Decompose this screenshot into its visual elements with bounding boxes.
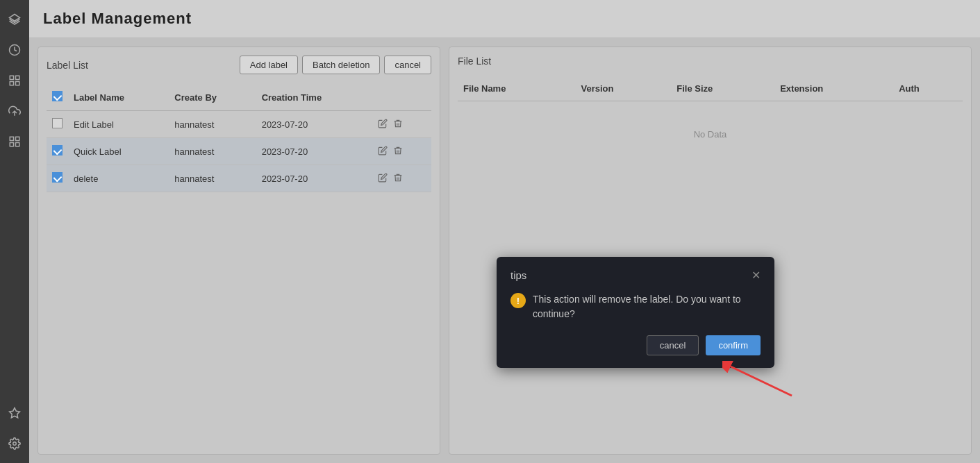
svg-rect-5 [16,82,19,85]
action-icons [378,173,426,185]
header-actions [372,84,431,111]
star-icon[interactable] [2,401,27,426]
no-data-row: No Data [458,101,963,168]
chart-icon[interactable] [2,68,27,93]
table-row: delete hannatest 2023-07-20 [47,165,431,192]
label-panel-header: Label List Add label Batch deletion canc… [47,56,431,74]
row-checkbox[interactable] [52,172,63,183]
header-version: Version [575,76,671,101]
edit-icon[interactable] [378,119,388,131]
file-panel: File List File Name Version File Size Ex… [449,47,972,455]
creation-time-cell: 2023-07-20 [256,138,372,165]
creation-time-cell: 2023-07-20 [256,165,372,192]
svg-rect-10 [10,143,13,146]
warning-icon: ! [510,293,526,308]
settings-icon[interactable] [2,431,27,456]
create-by-cell: hannatest [169,165,256,192]
label-panel-title: Label List [47,60,88,71]
confirmation-dialog: tips ✕ ! This action will remove the lab… [497,257,774,368]
dialog-confirm-button[interactable]: confirm [706,335,761,355]
batch-deletion-button[interactable]: Batch deletion [302,56,380,74]
action-icons [378,119,426,131]
create-by-cell: hannatest [169,138,256,165]
label-name-cell: Quick Label [68,138,169,165]
upload-icon[interactable] [2,99,27,124]
svg-marker-11 [10,408,20,418]
row-checkbox[interactable] [52,145,63,155]
row-checkbox-cell [47,138,68,165]
svg-rect-7 [10,137,13,140]
header-file-name: File Name [458,76,575,101]
action-icons [378,146,426,158]
edit-icon[interactable] [378,146,388,158]
file-table: File Name Version File Size Extension Au… [458,76,963,167]
select-all-checkbox[interactable] [52,91,63,101]
action-cell [372,111,431,138]
table-row: Quick Label hannatest 2023-07-20 [47,138,431,165]
row-checkbox-cell [47,111,68,138]
header-checkbox-cell [47,84,68,111]
dialog-body: ! This action will remove the label. Do … [510,292,761,321]
delete-icon[interactable] [393,146,403,158]
dialog-message: This action will remove the label. Do yo… [533,292,761,321]
delete-icon[interactable] [393,119,403,131]
header-creation-time: Creation Time [256,84,372,111]
clock-icon[interactable] [2,37,27,62]
file-table-header-row: File Name Version File Size Extension Au… [458,76,963,101]
file-panel-header: File List [458,56,963,67]
label-panel: Label List Add label Batch deletion canc… [38,47,440,455]
svg-rect-4 [10,82,13,85]
no-data-cell: No Data [458,101,963,168]
file-panel-title: File List [458,56,491,67]
header-extension: Extension [774,76,893,101]
label-name-cell: delete [68,165,169,192]
label-name-cell: Edit Label [68,111,169,138]
table-header-row: Label Name Create By Creation Time [47,84,431,111]
panels-container: Label List Add label Batch deletion canc… [29,38,980,463]
dialog-footer: cancel confirm [510,335,761,355]
header-buttons: Add label Batch deletion cancel [240,56,431,74]
action-cell [372,165,431,192]
row-checkbox[interactable] [52,118,63,128]
create-by-cell: hannatest [169,111,256,138]
page-title: Label Management [43,10,192,27]
table-row: Edit Label hannatest 2023-07-20 [47,111,431,138]
svg-rect-2 [10,76,13,79]
close-icon[interactable]: ✕ [751,270,761,281]
dialog-cancel-button[interactable]: cancel [647,335,699,355]
action-cell [372,138,431,165]
sidebar [0,0,29,463]
layers-icon[interactable] [2,7,27,32]
creation-time-cell: 2023-07-20 [256,111,372,138]
svg-rect-9 [16,143,19,146]
delete-icon[interactable] [393,173,403,185]
label-table: Label Name Create By Creation Time Edit … [47,84,431,192]
add-label-button[interactable]: Add label [240,56,298,74]
svg-rect-3 [16,76,19,79]
svg-point-12 [13,442,17,446]
header-label-name: Label Name [68,84,169,111]
grid-icon[interactable] [2,129,27,154]
edit-icon[interactable] [378,173,388,185]
page-title-bar: Label Management [29,0,980,38]
dialog-title: tips [510,269,526,281]
row-checkbox-cell [47,165,68,192]
svg-rect-8 [16,137,19,140]
header-auth: Auth [893,76,963,101]
main-content: Label Management Label List Add label Ba… [29,0,980,463]
header-file-size: File Size [671,76,774,101]
dialog-header: tips ✕ [510,269,761,281]
cancel-button[interactable]: cancel [384,56,431,74]
header-create-by: Create By [169,84,256,111]
